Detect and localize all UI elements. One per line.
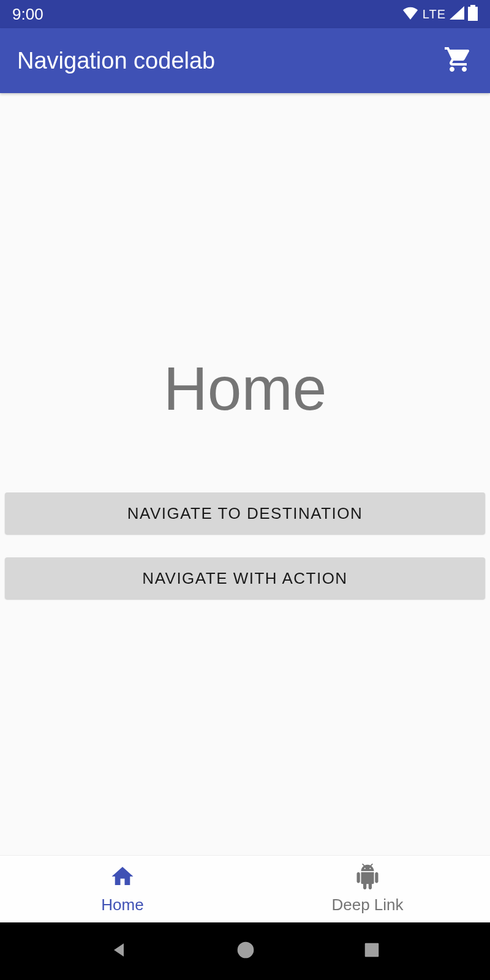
battery-icon bbox=[468, 5, 478, 23]
app-title: Navigation codelab bbox=[17, 48, 215, 74]
system-nav-bar bbox=[0, 922, 490, 980]
status-time: 9:00 bbox=[12, 5, 43, 24]
svg-point-0 bbox=[238, 942, 254, 959]
network-label: LTE bbox=[423, 7, 446, 21]
home-button[interactable] bbox=[236, 940, 255, 962]
navigate-destination-button[interactable]: NAVIGATE TO DESTINATION bbox=[5, 492, 485, 534]
navigate-action-button[interactable]: NAVIGATE WITH ACTION bbox=[5, 557, 485, 599]
bottom-nav-label: Home bbox=[101, 895, 143, 914]
home-icon bbox=[110, 864, 135, 892]
android-icon bbox=[355, 864, 380, 892]
status-icons: LTE bbox=[402, 5, 478, 23]
app-bar: Navigation codelab bbox=[0, 28, 490, 93]
overview-button[interactable] bbox=[363, 941, 381, 962]
signal-icon bbox=[450, 6, 464, 22]
bottom-nav: Home Deep Link bbox=[0, 855, 490, 922]
main-content: Home NAVIGATE TO DESTINATION NAVIGATE WI… bbox=[0, 93, 490, 855]
bottom-nav-label: Deep Link bbox=[331, 895, 403, 914]
page-heading: Home bbox=[164, 353, 327, 424]
bottom-nav-deep-link[interactable]: Deep Link bbox=[245, 856, 490, 922]
cart-button[interactable] bbox=[443, 45, 473, 77]
svg-rect-1 bbox=[365, 943, 379, 957]
cart-icon bbox=[443, 66, 473, 76]
status-bar: 9:00 LTE bbox=[0, 0, 490, 28]
back-button[interactable] bbox=[109, 940, 129, 962]
bottom-nav-home[interactable]: Home bbox=[0, 856, 245, 922]
wifi-icon bbox=[402, 6, 419, 22]
